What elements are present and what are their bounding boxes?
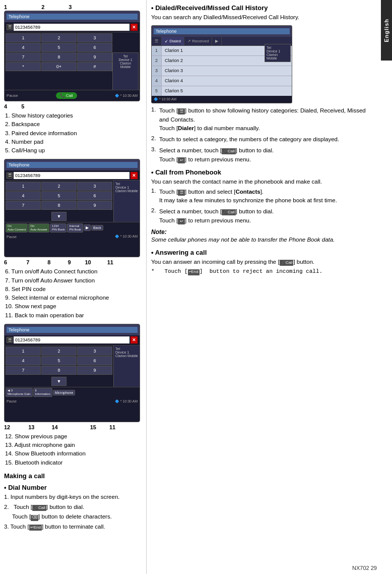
key2-9[interactable]: 9	[77, 201, 112, 210]
key-8[interactable]: 8	[41, 52, 77, 62]
left-column: 1 2 3 Telephone ☰ 0123456789 ✕ 1 2 3 4 5…	[0, 0, 146, 574]
contact-num-1: 1	[152, 46, 162, 55]
key3-4[interactable]: 4	[6, 356, 41, 365]
phonebook-content-2: Select a number, touch [📞Call] button to…	[159, 207, 366, 225]
call-icon-a: 📞Call	[280, 260, 294, 266]
marker-7: 7	[26, 259, 29, 265]
key3-5[interactable]: 5	[41, 356, 77, 365]
key3-6[interactable]: 6	[77, 356, 112, 365]
history-icon-2[interactable]: ☰	[7, 173, 13, 179]
key-0[interactable]: 0+	[41, 62, 77, 71]
marker-11b: 11	[109, 424, 115, 430]
answering-title: • Answering a call	[151, 249, 366, 256]
key3-3[interactable]: 3	[77, 347, 112, 356]
func-next[interactable]: ▶	[84, 224, 91, 231]
func-microphone[interactable]: Microphone	[53, 390, 76, 395]
key2-6[interactable]: 6	[77, 191, 112, 200]
call-button-1[interactable]: 📞 Call	[56, 92, 77, 99]
chevron-down-icon-3[interactable]: ▼	[51, 377, 67, 386]
phone-header-1: Telephone	[5, 11, 140, 22]
keypad-area-2: 1 2 3 4 5 6 7 8 9 ▼ TelDevice 1Clarion M…	[5, 181, 140, 222]
keypad-area-3: 1 2 3 4 5 6 7 8 9 ▼ TelDevice 1Clarion M…	[5, 346, 140, 387]
backspace-icon: ⌫	[31, 515, 38, 521]
making-a-call-section: Making a call • Dial Number 1. Input num…	[4, 472, 142, 532]
phone-input-bar-1: ☰ 0123456789 ✕	[5, 22, 140, 32]
marker-2: 2	[41, 4, 44, 10]
dial-number-title: • Dial Number	[4, 484, 142, 491]
func-pn-book[interactable]: InternalPN Book	[67, 223, 83, 233]
key3-7[interactable]: 7	[6, 366, 41, 375]
key-2[interactable]: 2	[41, 33, 77, 42]
func-pin[interactable]: 1234PIN Book	[50, 223, 67, 233]
list-item-5: 5. Call/Hang up	[5, 146, 142, 155]
phonebook-num-1: 1.	[151, 188, 159, 206]
key3-2[interactable]: 2	[41, 347, 77, 356]
phone-input-bar-2: ☰ 0123456789 ✕	[5, 170, 140, 181]
func-back[interactable]: Back	[91, 225, 103, 231]
key2-3[interactable]: 3	[77, 182, 112, 191]
key2-2[interactable]: 2	[41, 182, 77, 191]
tab-back-r[interactable]: ☰	[152, 37, 162, 45]
contact-num-5: 5	[152, 86, 162, 96]
history-icon-3[interactable]: ☰	[7, 337, 13, 343]
key-hash[interactable]: #	[77, 62, 112, 71]
key-5[interactable]: 5	[41, 43, 77, 52]
key-1[interactable]: 1	[6, 33, 41, 42]
close-btn-2[interactable]: ✕	[130, 172, 138, 179]
keypad-grid-3: 1 2 3 4 5 6 7 8 9	[5, 346, 113, 376]
tab-arrow-r[interactable]: ▶	[212, 37, 222, 45]
contact-num-2: 2	[152, 56, 162, 66]
status-bar-2: Pause 🔷 * 10:30 AM	[5, 233, 140, 240]
status-3: 🔷 * 10:30 AM	[115, 399, 138, 404]
phone-title-2: Telephone	[7, 162, 138, 168]
english-label: English	[383, 19, 389, 42]
list-1: 1. Show history categories 2. Backspace …	[4, 111, 142, 155]
contact-name-4: Clarion 4	[162, 78, 183, 83]
func-info[interactable]: ℹInformation	[33, 388, 52, 397]
history-icon[interactable]: ☰	[7, 24, 13, 30]
key2-8[interactable]: 8	[41, 201, 77, 210]
tab-dialed[interactable]: ↙ Dialed	[162, 37, 184, 45]
key-4[interactable]: 4	[6, 43, 41, 52]
key2-7[interactable]: 7	[6, 201, 41, 210]
key2-5[interactable]: 5	[41, 191, 77, 200]
key2-4[interactable]: 4	[6, 191, 41, 200]
key2-1[interactable]: 1	[6, 182, 41, 191]
screenshot-2: Telephone ☰ 0123456789 ✕ 1 2 3 4 5 6 7 8…	[4, 159, 140, 257]
func-auto-answer[interactable]: OnAuto Answer	[28, 223, 49, 233]
key3-8[interactable]: 8	[41, 366, 77, 375]
key3-9[interactable]: 9	[77, 366, 112, 375]
func-mic-gain[interactable]: ◀ 3Microphone Gain	[6, 388, 33, 397]
keypad-3: 1 2 3 4 5 6 7 8 9 ▼	[5, 346, 113, 387]
phonebook-num-2: 2.	[151, 207, 159, 225]
keypad-2: 1 2 3 4 5 6 7 8 9 ▼	[5, 181, 113, 222]
dial-item-1: 1. Input numbers by digit-keys on the sc…	[4, 493, 142, 502]
contact-row-3[interactable]: 3 Clarion 3	[152, 66, 292, 76]
contact-name-3: Clarion 3	[162, 68, 183, 73]
key-3[interactable]: 3	[77, 33, 112, 42]
key-6[interactable]: 6	[77, 43, 112, 52]
marker-10: 10	[85, 259, 91, 265]
close-btn-1[interactable]: ✕	[130, 24, 138, 31]
answering-note: * Touch [↩End] button to reject an incom…	[151, 267, 366, 276]
key-7[interactable]: 7	[6, 52, 41, 62]
func-auto-connect[interactable]: OnAuto Connect	[6, 223, 28, 233]
key-star[interactable]: *	[6, 62, 41, 71]
close-btn-3[interactable]: ✕	[130, 336, 138, 343]
note-title: Note:	[151, 228, 366, 236]
call-label-1: Call	[66, 93, 73, 98]
making-a-call-title: Making a call	[4, 472, 142, 480]
history-item-2: 2. Touch to select a category, the numbe…	[151, 135, 366, 144]
key3-1[interactable]: 1	[6, 347, 41, 356]
call-icon-inline: 📞Call	[32, 505, 46, 511]
tab-received[interactable]: ↗ Received	[184, 37, 213, 45]
key-9[interactable]: 9	[77, 52, 112, 62]
contact-row-5[interactable]: 5 Clarion 5	[152, 86, 292, 96]
phone-input-field-3[interactable]: 0123456789	[14, 336, 129, 343]
chevron-down-icon[interactable]: ▼	[51, 212, 67, 221]
phone-input-field-2[interactable]: 0123456789	[14, 172, 129, 179]
contact-row-4[interactable]: 4 Clarion 4	[152, 76, 292, 86]
phonebook-content-1: Touch [☰] button and select [Contacts]. …	[159, 188, 366, 206]
phone-input-field-1[interactable]: 0123456789	[14, 24, 129, 31]
side-info-1: TelDevice 1Clarion Mobile	[112, 52, 139, 92]
